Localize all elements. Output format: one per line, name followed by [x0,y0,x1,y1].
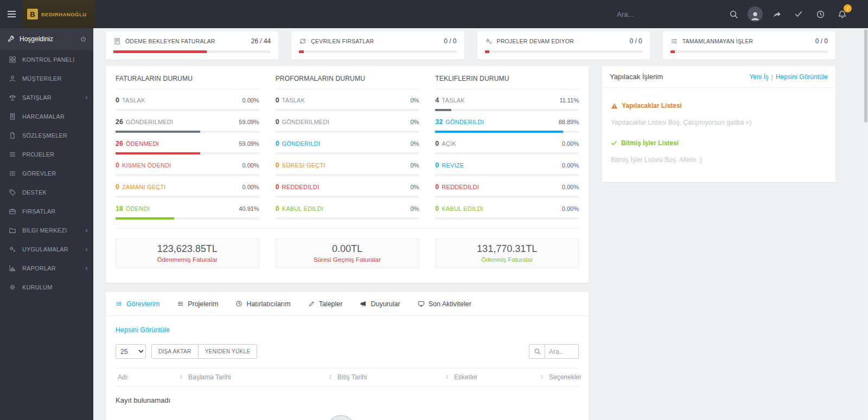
tab-talepler[interactable]: Talepler [308,300,343,308]
total-overdue-invoices: 0.00TL Süresi Geçmiş Faturalar [276,238,419,268]
sidebar-item-kontrol-paneli[interactable]: KONTROL PANELI [0,50,93,69]
power-icon[interactable] [80,36,87,43]
total-unpaid-invoices: 123,623.85TL Ödenmemiş Faturalar [116,238,259,268]
status-row[interactable]: 0GÖNDERILMEDI0% [276,111,419,133]
sidebar-item-kurulum[interactable]: KURULUM [0,277,93,296]
status-row[interactable]: 0REVIZE0.00% [435,154,579,176]
scrollbar-thumb[interactable] [864,29,867,122]
welcome-label: Hoşgeldiniz [20,35,53,43]
opportunities-icon [8,208,17,215]
status-row[interactable]: 0AÇIK0.00% [435,133,579,154]
table-search-icon[interactable] [529,344,545,359]
chevron-left-icon: ‹ [85,227,88,234]
view-all-todos-link[interactable]: Hepsini Görüntüle [776,73,828,81]
sidebar-item-destek[interactable]: DESTEK [0,183,93,202]
search-icon[interactable] [723,0,744,28]
sidebar-welcome[interactable]: Hoşgeldiniz [0,28,93,50]
status-row[interactable]: 0KABUL EDILDI0.00% [435,198,579,219]
status-row[interactable]: 26GÖNDERILMEDI59.09% [116,111,259,133]
status-row[interactable]: 0KISMEN ÖDENDI0.00% [116,154,259,176]
expenses-icon [8,113,17,120]
column-header-baslama-tarihi[interactable]: Başlama Tarihi▲▼ [188,373,337,381]
tasks-panel: Görevlerim Projelerim Hatırlatıcılarım T… [106,292,589,420]
column-title: FATURALARIN DURUMU [116,75,259,89]
total-amount: 0.00TL [278,243,417,255]
status-row[interactable]: 0TASLAK0% [276,89,419,111]
chevron-left-icon: ‹ [85,94,88,101]
reports-chart-icon [8,264,17,272]
menu-toggle-icon[interactable] [0,0,23,28]
column-title: PROFORMALARIN DURUMU [276,75,419,89]
stat-card-awaiting-invoices[interactable]: ÖDEME BEKLEYEN FATURALAR 26 / 44 [106,31,278,60]
status-row[interactable]: 0KABUL EDILDI0% [276,198,419,219]
status-row[interactable]: 0TASLAK0.00% [116,89,259,111]
status-row[interactable]: 18ÖDENDI40.91% [116,198,259,219]
chevron-left-icon: ‹ [85,264,88,272]
sort-icon: ▲▼ [540,374,544,380]
column-header-secenekler[interactable]: Seçenekler [549,373,582,381]
tab-son-aktiviteler[interactable]: Son Aktiviteler [418,300,471,308]
column-title: TEKLIFLERIN DURUMU [435,75,579,89]
share-icon[interactable] [766,0,788,28]
sidebar-item-uygulamalar[interactable]: UYGULAMALAR ‹ [0,240,93,259]
scrollbar[interactable] [864,28,868,420]
status-row[interactable]: 0REDDEDILDI0.00% [435,176,579,198]
per-page-select[interactable]: 25 [116,344,146,359]
megaphone-icon [360,300,367,307]
stat-card-value: 0 / 0 [444,37,456,45]
sidebar-item-harcamalar[interactable]: HARCAMALAR [0,107,93,126]
sidebar-item-projeler[interactable]: PROJELER [0,145,93,164]
column-header-bitis-tarihi[interactable]: Bitiş Tarihi▲▼ [337,373,454,381]
user-avatar[interactable] [744,0,766,28]
status-row[interactable]: 26ÖDENMEDI59.09% [116,133,259,154]
status-row[interactable]: 32GÖNDERILDI88.89% [435,111,579,133]
avatar [748,7,763,22]
todo-check-icon[interactable] [788,0,809,28]
global-search-input[interactable] [617,10,717,18]
tabs-bar: Görevlerim Projelerim Hatırlatıcılarım T… [106,292,589,316]
stat-card-unfinished-tasks[interactable]: TAMAMLANMAYAN İŞLER 0 / 0 [663,31,835,60]
sidebar-item-satislar[interactable]: SATIŞLAR ‹ [0,88,93,107]
list-icon [177,300,184,307]
sidebar-item-sozlesmeler[interactable]: SÖZLEŞMELER [0,126,93,145]
column-header-etiketler[interactable]: Etiketler▲▼ [454,373,549,381]
status-row[interactable]: 0REDDEDILDI0% [276,176,419,198]
proposal-status-column: TEKLIFLERIN DURUMU 4TASLAK11.11% 32GÖNDE… [435,75,579,219]
sidebar: Hoşgeldiniz KONTROL PANELI MÜŞTERILER SA… [0,28,93,420]
status-row[interactable]: 0ZAMANI GEÇTI0.00% [116,176,259,198]
stat-card-converted-opportunities[interactable]: ÇEVRILEN FIRSATLAR 0 / 0 [291,31,464,60]
apps-gears-icon [8,245,17,253]
contracts-icon [8,132,17,139]
status-row[interactable]: 0SÜRESI GEÇTI0% [276,154,419,176]
tab-hatirlaticilarim[interactable]: Hatırlatıcılarım [235,300,290,308]
sort-icon: ▲▼ [180,374,183,380]
notifications-bell-icon[interactable]: 7 [831,0,853,28]
table-search-input[interactable] [545,344,579,359]
column-header-adi[interactable]: Adı▲▼ [118,373,188,381]
tab-duyurular[interactable]: Duyurular [360,300,400,308]
stat-card-title: ÇEVRILEN FIRSATLAR [311,38,374,44]
table-controls: 25 DIŞA AKTAR YENIDEN YÜKLE [116,344,579,359]
status-row[interactable]: 4TASLAK11.11% [435,89,579,111]
brand-logo[interactable]: B BEDIRHANOĞLU [23,0,95,28]
sidebar-item-bilgi-merkezi[interactable]: BILGI MERKEZI ‹ [0,221,93,240]
sidebar-item-firsatlar[interactable]: FIRSATLAR [0,202,93,221]
progress-fill [113,50,207,53]
sidebar-item-musteriler[interactable]: MÜŞTERILER [0,69,93,88]
tab-projelerim[interactable]: Projelerim [177,300,218,308]
total-label: Ödenmemiş Faturalar [118,256,257,263]
new-todo-link[interactable]: Yeni İş [749,73,769,81]
sidebar-item-gorevler[interactable]: GÖREVLER [0,164,93,183]
timer-clock-icon[interactable] [809,0,831,28]
tab-gorevlerim[interactable]: Görevlerim [116,300,159,308]
progress-fill [671,50,675,53]
view-all-tasks-link[interactable]: Hepsini Görüntüle [116,326,170,334]
knowledge-folder-icon [8,227,17,234]
total-label: Süresi Geçmiş Faturalar [278,256,417,263]
todo-panel: Yapılacak İşlerim Yeni İş | Hepsini Görü… [602,66,835,182]
stat-card-projects-in-progress[interactable]: PROJELER DEVAM EDIYOR 0 / 0 [477,31,650,60]
status-row[interactable]: 0GÖNDERILDI0% [276,133,419,154]
sidebar-item-raporlar[interactable]: RAPORLAR ‹ [0,259,93,277]
reload-button[interactable]: YENIDEN YÜKLE [198,344,258,359]
export-button[interactable]: DIŞA AKTAR [151,344,199,359]
